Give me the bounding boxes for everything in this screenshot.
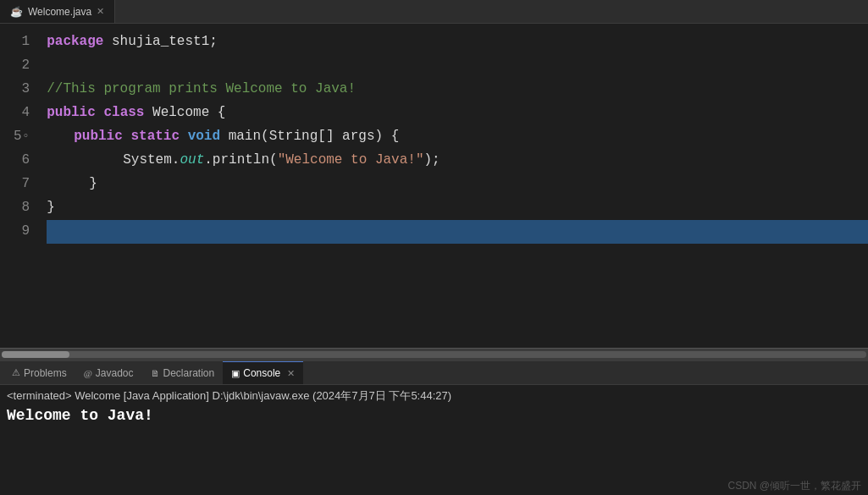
keyword-package: package [47, 31, 112, 53]
tab-problems[interactable]: ⚠ Problems [3, 361, 75, 384]
scrollbar-track[interactable] [2, 351, 866, 358]
line-num-6: 6 [14, 149, 30, 173]
tab-declaration[interactable]: 🗎 Declaration [142, 361, 224, 384]
declaration-icon: 🗎 [151, 368, 160, 378]
editor-tab-welcome[interactable]: ☕ Welcome.java ✕ [0, 0, 115, 23]
line-num-4: 4 [14, 102, 30, 125]
keyword-public: public [47, 102, 103, 124]
line-num-8: 8 [14, 196, 30, 220]
editor-scrollbar[interactable] [0, 348, 868, 360]
line-num-9: 9 [14, 220, 30, 244]
keyword-out: out [180, 150, 204, 172]
bottom-tabs: ⚠ Problems @ Javadoc 🗎 Declaration ▣ Con… [0, 361, 868, 385]
comment-line3: //This program prints Welcome to Java! [47, 79, 356, 101]
watermark: CSDN @倾听一世，繁花盛开 [0, 477, 868, 495]
javadoc-label: Javadoc [96, 367, 134, 379]
console-content: <terminated> Welcome [Java Application] … [0, 385, 868, 477]
keyword-static: static [130, 126, 187, 148]
console-close-icon[interactable]: ✕ [287, 368, 295, 379]
javadoc-icon: @ [84, 368, 92, 378]
console-output: Welcome to Java! [7, 407, 861, 424]
keyword-class: class [103, 102, 152, 124]
console-label: Console [243, 367, 280, 379]
console-icon: ▣ [231, 368, 240, 379]
console-status: <terminated> Welcome [Java Application] … [7, 388, 861, 404]
line-num-7: 7 [14, 173, 30, 196]
code-line-8: } [47, 196, 868, 220]
code-line-7: } [47, 173, 868, 196]
file-icon: ☕ [10, 6, 23, 18]
tab-close-icon[interactable]: ✕ [97, 6, 104, 17]
code-line-4: public class Welcome { [47, 102, 868, 125]
bottom-panel: ⚠ Problems @ Javadoc 🗎 Declaration ▣ Con… [0, 360, 868, 495]
problems-icon: ⚠ [12, 367, 20, 378]
code-line-5: public static void main(String[] args) { [47, 125, 868, 149]
code-line-9 [47, 220, 868, 244]
code-line-1: package shujia_test1; [47, 30, 868, 54]
line-numbers: 1 2 3 4 5◦ 6 7 8 9 [0, 24, 40, 348]
tab-console[interactable]: ▣ Console ✕ [223, 361, 303, 384]
line-num-3: 3 [14, 78, 30, 102]
line-num-1: 1 [14, 30, 30, 54]
keyword-void: void [188, 126, 229, 148]
line-num-5: 5◦ [14, 125, 30, 149]
tab-javadoc[interactable]: @ Javadoc [75, 361, 142, 384]
tab-filename: Welcome.java [28, 6, 91, 18]
problems-label: Problems [24, 367, 67, 379]
line-num-2: 2 [14, 54, 30, 78]
declaration-label: Declaration [163, 367, 215, 379]
code-line-3: //This program prints Welcome to Java! [47, 78, 868, 102]
code-line-6: System.out.println("Welcome to Java!"); [47, 149, 868, 173]
editor-container: ☕ Welcome.java ✕ 1 2 3 4 5◦ 6 7 8 9 pack… [0, 0, 868, 360]
tab-bar: ☕ Welcome.java ✕ [0, 0, 868, 24]
code-line-2 [47, 54, 868, 78]
code-content[interactable]: package shujia_test1; //This program pri… [40, 24, 868, 348]
keyword-public2: public [74, 126, 130, 148]
string-welcome: "Welcome to Java!" [278, 150, 424, 172]
scrollbar-thumb[interactable] [2, 351, 69, 358]
code-area: 1 2 3 4 5◦ 6 7 8 9 package shujia_test1;… [0, 24, 868, 348]
